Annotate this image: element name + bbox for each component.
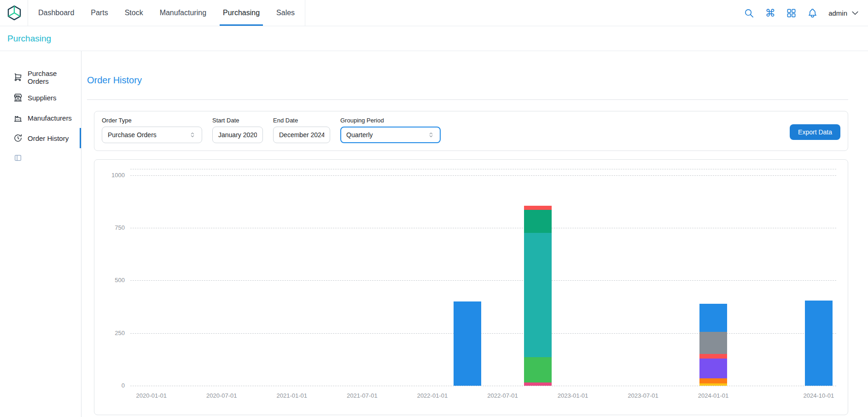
topbar-actions: ⌘ admin (744, 0, 860, 26)
end-date-field: End Date (273, 117, 330, 143)
order-type-label: Order Type (102, 117, 202, 124)
sidebar-item-label: Suppliers (28, 94, 57, 102)
x-axis-tick-label: 2020-01-01 (136, 392, 167, 399)
sidebar-item-label: Order History (28, 134, 69, 142)
building-store-icon (13, 93, 23, 102)
order-history-chart: 025050075010002020-01-012020-07-012021-0… (94, 160, 848, 415)
sidebar-item-suppliers[interactable]: Suppliers (0, 87, 81, 108)
start-date-field: Start Date (212, 117, 263, 143)
sidebar: Purchase Orders Suppliers Manufacturers … (0, 51, 82, 417)
y-axis-tick-label: 0 (94, 382, 125, 389)
gridline (130, 386, 836, 386)
bar-segment-red (699, 354, 727, 358)
x-axis-tick-label: 2022-01-01 (417, 392, 448, 399)
y-axis-tick-label: 1000 (94, 172, 125, 179)
user-name: admin (828, 9, 847, 17)
chart-bar[interactable] (805, 301, 833, 386)
sidebar-item-order-history[interactable]: Order History (0, 128, 81, 148)
sidebar-item-manufacturers[interactable]: Manufacturers (0, 108, 81, 128)
search-icon[interactable] (744, 8, 754, 18)
x-axis-tick-label: 2024-10-01 (804, 392, 834, 399)
bar-segment-pink (524, 382, 552, 386)
bar-segment-green (524, 357, 552, 382)
gridline (130, 228, 836, 228)
chart-bar[interactable] (454, 301, 481, 386)
main-nav: Dashboard Parts Stock Manufacturing Purc… (28, 0, 305, 26)
chart-bar[interactable] (524, 206, 552, 386)
x-axis-tick-label: 2021-01-01 (277, 392, 308, 399)
end-date-label: End Date (273, 117, 330, 124)
grouping-period-label: Grouping Period (340, 117, 441, 124)
breadcrumb[interactable]: Purchasing (7, 34, 51, 44)
nav-tab-parts[interactable]: Parts (82, 0, 116, 26)
nav-tab-purchasing[interactable]: Purchasing (215, 0, 268, 26)
bar-segment-orange (699, 378, 727, 383)
grouping-period-field: Grouping Period Quarterly (340, 117, 441, 143)
order-type-field: Order Type Purchase Orders (102, 117, 202, 143)
bar-segment-yellow (699, 383, 727, 386)
sidebar-item-label: Manufacturers (28, 114, 72, 122)
end-date-input[interactable] (273, 127, 330, 143)
nav-tab-manufacturing[interactable]: Manufacturing (151, 0, 215, 26)
x-axis-tick-label: 2021-07-01 (347, 392, 378, 399)
nav-tab-sales[interactable]: Sales (268, 0, 303, 26)
start-date-label: Start Date (212, 117, 263, 124)
export-data-button[interactable]: Export Data (790, 124, 840, 140)
main-panel: Order History Order Type Purchase Orders… (82, 51, 868, 417)
gridline (130, 175, 836, 176)
building-factory-icon (13, 113, 23, 122)
bar-segment-red (524, 206, 552, 210)
bar-segment-blue (699, 304, 727, 332)
x-axis-tick-label: 2024-01-01 (698, 392, 729, 399)
bar-segment-teal (524, 233, 552, 357)
gridline-top (130, 169, 836, 169)
nav-tab-dashboard[interactable]: Dashboard (30, 0, 82, 26)
y-axis-tick-label: 500 (94, 277, 125, 284)
y-axis-tick-label: 250 (94, 330, 125, 336)
bar-segment-blue (454, 301, 481, 386)
y-axis-tick-label: 750 (94, 224, 125, 231)
grouping-period-select[interactable]: Quarterly (340, 127, 441, 143)
app-logo-icon[interactable] (6, 4, 23, 22)
filter-card: Order Type Purchase Orders Start Date En… (94, 111, 848, 151)
chart-bar[interactable] (699, 304, 727, 386)
order-type-select[interactable]: Purchase Orders (102, 127, 202, 143)
x-axis-tick-label: 2023-01-01 (558, 392, 588, 399)
selector-chevrons-icon (427, 131, 435, 139)
bar-segment-violet (699, 359, 727, 378)
history-clock-icon (13, 133, 23, 143)
x-axis-tick-label: 2022-07-01 (487, 392, 518, 399)
selector-chevrons-icon (189, 131, 196, 139)
grouping-period-value: Quarterly (346, 131, 373, 139)
sidebar-collapse-icon[interactable] (14, 154, 22, 162)
shopping-cart-icon (13, 73, 23, 82)
bar-segment-gray (699, 332, 727, 354)
breadcrumb-bar: Purchasing (0, 26, 868, 51)
start-date-input[interactable] (212, 127, 263, 143)
nav-tab-stock[interactable]: Stock (117, 0, 151, 26)
notifications-bell-icon[interactable] (807, 8, 818, 18)
topbar: Dashboard Parts Stock Manufacturing Purc… (0, 0, 868, 26)
page-title: Order History (87, 75, 848, 86)
sidebar-item-purchase-orders[interactable]: Purchase Orders (0, 67, 81, 87)
order-history-chart-card: 025050075010002020-01-012020-07-012021-0… (94, 159, 848, 415)
x-axis-tick-label: 2020-07-01 (206, 392, 237, 399)
content-area: Purchase Orders Suppliers Manufacturers … (0, 51, 868, 417)
order-type-value: Purchase Orders (108, 131, 157, 139)
user-menu[interactable]: admin (828, 8, 860, 17)
gridline (130, 280, 836, 281)
title-divider (87, 99, 848, 100)
bar-segment-blue (805, 301, 833, 386)
bar-segment-seagreen (524, 210, 552, 233)
gridline (130, 333, 836, 334)
barcode-scan-icon[interactable] (786, 8, 797, 18)
command-palette-icon[interactable]: ⌘ (765, 8, 775, 18)
sidebar-item-label: Purchase Orders (28, 70, 80, 85)
chevron-down-icon (851, 8, 860, 17)
x-axis-tick-label: 2023-07-01 (628, 392, 658, 399)
